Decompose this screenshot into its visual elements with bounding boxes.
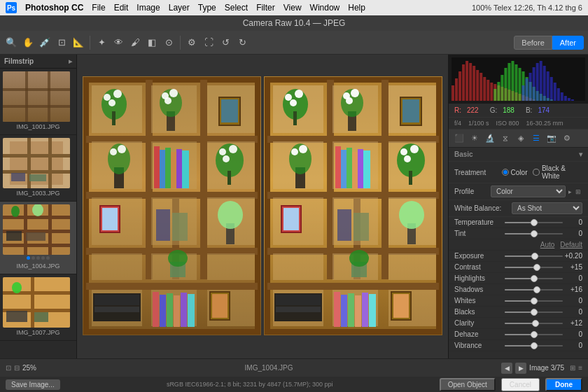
r-value: 222	[467, 106, 479, 114]
radial-filter[interactable]: ⊙	[162, 36, 176, 50]
open-object-button[interactable]: Open Object	[440, 378, 496, 391]
whites-track[interactable]	[505, 300, 563, 302]
shadows-track[interactable]	[505, 289, 563, 290]
exposure-track[interactable]	[505, 255, 563, 257]
histogram-panel-icon[interactable]: ⬛	[453, 132, 465, 145]
menu-layer[interactable]: Layer	[169, 3, 190, 13]
filmstrip-item-active[interactable]: IMG_1004.JPG	[0, 202, 76, 274]
profile-arrow[interactable]: ▸	[566, 188, 574, 195]
highlights-track[interactable]	[505, 278, 563, 279]
exposure-thumb[interactable]	[531, 253, 538, 260]
tint-track[interactable]	[505, 233, 563, 234]
temperature-label: Temperature	[454, 218, 505, 226]
contrast-track[interactable]	[505, 267, 563, 268]
wb-select[interactable]: As Shot	[512, 202, 582, 214]
highlights-thumb[interactable]	[531, 275, 538, 282]
temperature-thumb[interactable]	[531, 219, 538, 226]
settings-panel-icon[interactable]: ⚙	[561, 132, 573, 145]
exposure-value: +0.20	[563, 252, 582, 260]
clarity-thumb[interactable]	[532, 320, 539, 327]
contrast-thumb[interactable]	[533, 264, 540, 271]
section-arrow[interactable]: ▾	[579, 150, 582, 158]
save-image-btn[interactable]: Save Image...	[6, 379, 60, 390]
menu-edit[interactable]: Edit	[114, 3, 129, 13]
eyedropper-tool[interactable]: 💉	[38, 36, 52, 50]
auto-link[interactable]: Auto	[540, 241, 555, 248]
zoom-tool[interactable]: 🔍	[4, 36, 18, 50]
blacks-thumb[interactable]	[531, 309, 538, 316]
svg-rect-164	[341, 295, 347, 327]
tint-fill	[505, 233, 534, 234]
hand-tool[interactable]: ✋	[21, 36, 35, 50]
svg-rect-178	[472, 66, 475, 101]
filmstrip-item[interactable]: IMG_1007.JPG	[0, 274, 76, 341]
done-button[interactable]: Done	[545, 378, 582, 391]
svg-rect-4	[25, 71, 28, 122]
rotate-right[interactable]: ↻	[235, 36, 249, 50]
color-radio[interactable]: Color	[502, 169, 528, 176]
vibrance-thumb[interactable]	[531, 342, 538, 349]
before-after-controls: Before After	[514, 36, 584, 50]
dehaze-fill	[505, 334, 534, 335]
preferences-tool[interactable]: ⚙	[185, 36, 199, 50]
profile-row: Profile Color ▸ ⊞	[449, 183, 588, 200]
dehaze-track[interactable]	[505, 334, 563, 335]
menu-window[interactable]: Window	[310, 3, 340, 13]
shadows-thumb[interactable]	[533, 286, 540, 293]
svg-rect-92	[94, 307, 139, 312]
temperature-slider-row: Temperature 0	[449, 217, 588, 228]
profile-select[interactable]: Color	[491, 186, 566, 197]
filmstrip-collapse-icon[interactable]: ▸	[69, 57, 72, 65]
detail-panel-icon[interactable]: ⧖	[499, 132, 512, 145]
menu-view[interactable]: View	[284, 3, 302, 13]
vibrance-track[interactable]	[505, 345, 563, 346]
svg-rect-197	[497, 82, 500, 101]
gradient-tool[interactable]: ◧	[145, 36, 159, 50]
profile-expand[interactable]: ⊞	[574, 188, 582, 195]
fit-icon[interactable]: ⊡	[6, 364, 11, 372]
lens-panel-icon[interactable]: ◈	[514, 132, 527, 145]
filmstrip-label-1004: IMG_1004.JPG	[3, 261, 74, 271]
straighten-tool[interactable]: 📐	[71, 36, 85, 50]
menu-file[interactable]: File	[92, 3, 105, 13]
temperature-track[interactable]	[505, 222, 563, 223]
menu-filter[interactable]: Filter	[256, 3, 275, 13]
prev-image-btn[interactable]: ◀	[501, 363, 512, 374]
menu-type[interactable]: Type	[198, 3, 216, 13]
heal-tool[interactable]: ✦	[94, 36, 108, 50]
red-eye-tool[interactable]: 👁	[111, 36, 125, 50]
svg-rect-60	[165, 148, 171, 188]
next-image-btn[interactable]: ▶	[515, 363, 526, 374]
fill-icon[interactable]: ⊟	[14, 364, 20, 372]
svg-rect-96	[174, 295, 180, 327]
before-button[interactable]: Before	[514, 36, 552, 50]
rotate-left[interactable]: ↺	[218, 36, 232, 50]
menu-image[interactable]: Image	[136, 3, 160, 13]
dehaze-label: Dehaze	[454, 330, 505, 338]
tone-panel-icon[interactable]: ☀	[468, 132, 481, 145]
camera-panel-icon[interactable]: 📷	[545, 132, 558, 145]
clarity-track[interactable]	[505, 323, 563, 324]
bw-radio[interactable]: Black & White	[533, 164, 582, 180]
thumb-1001	[3, 71, 70, 122]
filmstrip-item[interactable]: IMG_1001.JPG	[0, 69, 76, 135]
svg-rect-47	[112, 111, 115, 125]
svg-rect-100	[212, 294, 227, 318]
color-panel-icon[interactable]: 🔬	[484, 132, 496, 145]
workflow-icon[interactable]: ≡	[578, 364, 582, 372]
adjustment-brush[interactable]: 🖌	[128, 36, 142, 50]
blacks-track[interactable]	[505, 312, 563, 313]
menu-select[interactable]: Select	[225, 3, 248, 13]
default-link[interactable]: Default	[560, 241, 582, 248]
filmstrip-item[interactable]: IMG_1003.JPG	[0, 135, 76, 202]
tint-thumb[interactable]	[531, 230, 538, 237]
fullscreen-tool[interactable]: ⛶	[202, 36, 216, 50]
after-button[interactable]: After	[552, 36, 584, 50]
basic-panel-icon[interactable]: ☰	[530, 132, 542, 145]
dehaze-thumb[interactable]	[531, 331, 538, 338]
whites-thumb[interactable]	[531, 298, 538, 304]
crop-tool[interactable]: ⊡	[55, 36, 69, 50]
menu-help[interactable]: Help	[348, 3, 365, 13]
cancel-button[interactable]: Cancel	[501, 378, 540, 391]
filmstrip-toggle-icon[interactable]: ⊞	[570, 364, 575, 372]
